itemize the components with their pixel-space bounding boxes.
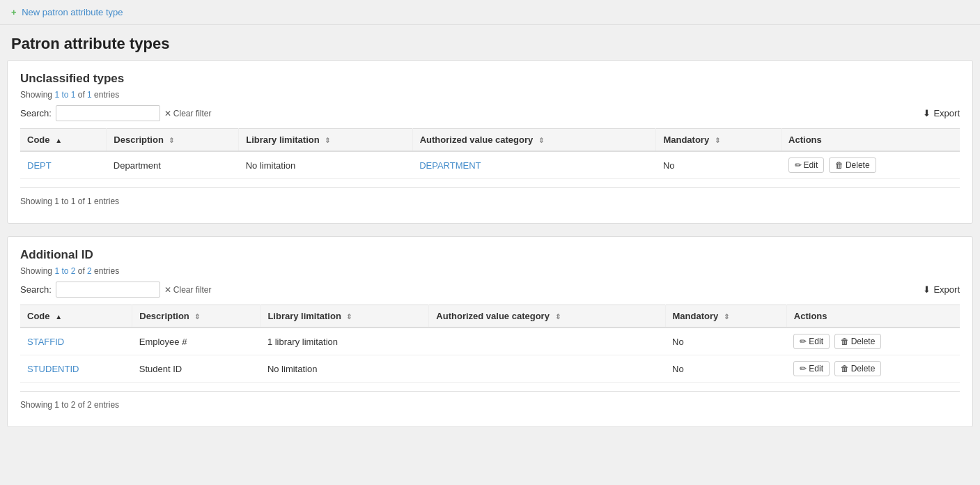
edit-button[interactable]: ✏ Edit — [793, 334, 830, 349]
cell-authorized-value — [429, 355, 665, 383]
additional-thead: Code ▲ Description ⇕ Library limitation … — [20, 305, 960, 328]
delete-button[interactable]: 🗑 Delete — [829, 157, 876, 173]
sort-icon: ⇕ — [555, 313, 561, 321]
cell-library-limitation: No limitation — [260, 355, 429, 383]
additional-search-input[interactable] — [56, 282, 160, 298]
cell-actions: ✏ Edit 🗑 Delete — [786, 328, 960, 355]
plus-icon: + — [11, 7, 17, 17]
trash-icon: 🗑 — [841, 337, 849, 346]
additional-search-left: Search: ✕ Clear filter — [20, 282, 212, 298]
trash-icon: 🗑 — [841, 364, 849, 374]
cell-mandatory: No — [665, 355, 786, 383]
cell-authorized-value — [429, 328, 665, 355]
cell-description: Student ID — [132, 355, 260, 383]
delete-button[interactable]: 🗑 Delete — [834, 334, 882, 349]
sort-icon: ⇕ — [346, 313, 352, 321]
pencil-icon: ✏ — [800, 337, 807, 346]
sort-icon: ⇕ — [724, 313, 729, 321]
page-title: Patron attribute types — [0, 25, 980, 60]
unclassified-showing-top: Showing 1 to 1 of 1 entries — [20, 90, 960, 100]
additional-search-row: Search: ✕ Clear filter ⬇ Export — [20, 282, 960, 298]
additional-showing-bottom: Showing 1 to 2 of 2 entries — [20, 400, 960, 410]
cell-library-limitation: 1 library limitation — [260, 328, 429, 355]
unclassified-section: Unclassified types Showing 1 to 1 of 1 e… — [7, 60, 973, 224]
pencil-icon: ✏ — [800, 364, 807, 374]
sort-icon: ⇕ — [325, 137, 330, 144]
additional-clear-filter-label: Clear filter — [173, 285, 212, 295]
additional-col-description[interactable]: Description ⇕ — [132, 305, 260, 328]
additional-col-code[interactable]: Code ▲ — [20, 305, 132, 328]
cell-actions: ✏ Edit 🗑 Delete — [786, 355, 960, 383]
additional-table: Code ▲ Description ⇕ Library limitation … — [20, 305, 960, 383]
additional-title: Additional ID — [20, 248, 960, 262]
additional-col-mandatory[interactable]: Mandatory ⇕ — [665, 305, 786, 328]
code-link[interactable]: STAFFID — [27, 337, 64, 347]
unclassified-header-row: Code ▲ Description ⇕ Library limitation … — [20, 129, 960, 152]
download-icon: ⬇ — [923, 284, 931, 295]
additional-header-row: Code ▲ Description ⇕ Library limitation … — [20, 305, 960, 328]
x-icon: ✕ — [164, 285, 171, 295]
cell-mandatory: No — [656, 151, 781, 179]
unclassified-col-code[interactable]: Code ▲ — [20, 129, 107, 152]
additional-showing-top: Showing 1 to 2 of 2 entries — [20, 266, 960, 276]
trash-icon: 🗑 — [835, 160, 843, 170]
download-icon: ⬇ — [923, 108, 931, 118]
additional-section: Additional ID Showing 1 to 2 of 2 entrie… — [7, 236, 973, 427]
unclassified-col-authorized-value[interactable]: Authorized value category ⇕ — [412, 129, 656, 152]
additional-search-label: Search: — [20, 284, 52, 295]
pencil-icon: ✏ — [795, 160, 802, 170]
unclassified-clear-filter-button[interactable]: ✕ Clear filter — [164, 109, 212, 118]
code-link[interactable]: DEPT — [27, 160, 52, 171]
cell-description: Employee # — [132, 328, 260, 355]
sort-icon: ⇕ — [194, 313, 200, 321]
cell-library-limitation: No limitation — [239, 151, 412, 179]
unclassified-search-label: Search: — [20, 108, 52, 118]
edit-button[interactable]: ✏ Edit — [793, 361, 830, 376]
authorized-value-link[interactable]: DEPARTMENT — [419, 160, 481, 171]
unclassified-col-description[interactable]: Description ⇕ — [107, 129, 239, 152]
cell-code: DEPT — [20, 151, 107, 179]
sort-icon: ⇕ — [538, 137, 544, 144]
unclassified-export-label: Export — [933, 108, 960, 118]
additional-export-label: Export — [933, 284, 960, 295]
unclassified-search-input[interactable] — [56, 105, 160, 121]
x-icon: ✕ — [164, 109, 171, 118]
sort-asc-icon: ▲ — [55, 313, 62, 321]
cell-actions: ✏ Edit 🗑 Delete — [781, 151, 960, 179]
unclassified-col-actions: Actions — [781, 129, 960, 152]
table-row: DEPT Department No limitation DEPARTMENT… — [20, 151, 960, 179]
additional-col-library-limitation[interactable]: Library limitation ⇕ — [260, 305, 429, 328]
unclassified-export-button[interactable]: ⬇ Export — [923, 108, 960, 118]
unclassified-tbody: DEPT Department No limitation DEPARTMENT… — [20, 151, 960, 179]
cell-authorized-value: DEPARTMENT — [412, 151, 656, 179]
unclassified-col-library-limitation[interactable]: Library limitation ⇕ — [239, 129, 412, 152]
new-patron-attribute-link[interactable]: + New patron attribute type — [11, 7, 123, 17]
additional-count-link[interactable]: 2 — [87, 266, 92, 276]
additional-clear-filter-button[interactable]: ✕ Clear filter — [164, 285, 212, 295]
additional-col-authorized-value[interactable]: Authorized value category ⇕ — [429, 305, 665, 328]
unclassified-showing-range-link[interactable]: 1 to 1 — [54, 90, 75, 100]
unclassified-title: Unclassified types — [20, 72, 960, 86]
unclassified-search-left: Search: ✕ Clear filter — [20, 105, 212, 121]
unclassified-count-link[interactable]: 1 — [87, 90, 92, 100]
additional-col-actions: Actions — [786, 305, 960, 328]
table-row: STUDENTID Student ID No limitation No ✏ … — [20, 355, 960, 383]
unclassified-showing-bottom: Showing 1 to 1 of 1 entries — [20, 197, 960, 206]
additional-export-button[interactable]: ⬇ Export — [923, 284, 960, 295]
unclassified-clear-filter-label: Clear filter — [173, 109, 212, 118]
cell-mandatory: No — [665, 328, 786, 355]
unclassified-table: Code ▲ Description ⇕ Library limitation … — [20, 128, 960, 179]
additional-showing-range-link[interactable]: 1 to 2 — [54, 266, 75, 276]
delete-button[interactable]: 🗑 Delete — [834, 361, 882, 376]
additional-tbody: STAFFID Employee # 1 library limitation … — [20, 328, 960, 383]
sort-icon: ⇕ — [715, 137, 720, 144]
cell-code: STUDENTID — [20, 355, 132, 383]
top-bar: + New patron attribute type — [0, 0, 980, 25]
cell-code: STAFFID — [20, 328, 132, 355]
edit-button[interactable]: ✏ Edit — [788, 157, 825, 173]
code-link[interactable]: STUDENTID — [27, 364, 79, 374]
unclassified-thead: Code ▲ Description ⇕ Library limitation … — [20, 129, 960, 152]
sort-asc-icon: ▲ — [55, 137, 62, 144]
new-patron-attribute-label: New patron attribute type — [22, 7, 123, 17]
unclassified-col-mandatory[interactable]: Mandatory ⇕ — [656, 129, 781, 152]
